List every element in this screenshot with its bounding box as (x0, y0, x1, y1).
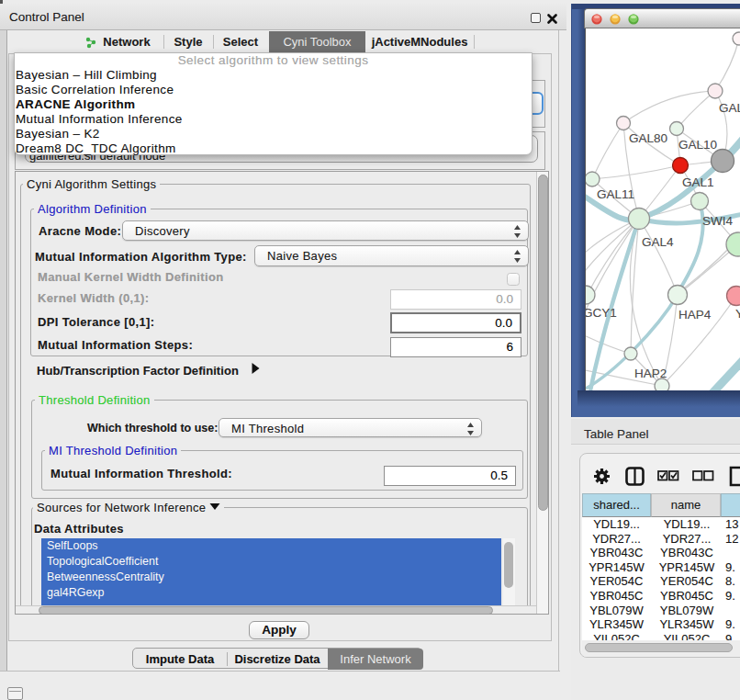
svg-text:HAP2: HAP2 (634, 367, 667, 380)
svg-text:GAL10: GAL10 (678, 138, 717, 152)
svg-text:GAL80: GAL80 (629, 131, 667, 145)
svg-text:GCY1: GCY1 (586, 306, 617, 320)
svg-text:GAL7: GAL7 (719, 101, 740, 115)
svg-text:YJ: YJ (735, 307, 740, 321)
svg-text:GAL4: GAL4 (642, 235, 674, 249)
svg-text:SWI4: SWI4 (702, 214, 733, 228)
svg-text:HAP4: HAP4 (678, 308, 712, 322)
svg-text:GAL11: GAL11 (597, 187, 634, 201)
svg-text:GAL1: GAL1 (682, 175, 714, 189)
